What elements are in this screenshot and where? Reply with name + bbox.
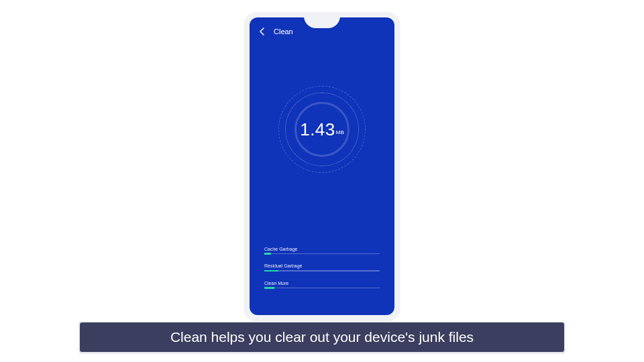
category-track bbox=[264, 288, 380, 289]
category-label: Clean More bbox=[264, 281, 380, 286]
gauge-center: 1.43 MB bbox=[278, 86, 366, 173]
category-fill bbox=[264, 253, 271, 255]
page-title: Clean bbox=[274, 27, 293, 36]
back-icon[interactable] bbox=[258, 27, 267, 36]
caption-bar: Clean helps you clear out your device's … bbox=[79, 322, 565, 353]
category-cache-garbage[interactable]: Cache Garbage bbox=[264, 247, 380, 255]
scan-gauge: 1.43 MB bbox=[278, 86, 366, 173]
junk-size-value: 1.43 bbox=[300, 119, 335, 140]
category-fill bbox=[264, 270, 278, 272]
category-list: Cache Garbage Residual Garbage Clean Mor… bbox=[264, 247, 380, 298]
category-fill bbox=[264, 287, 274, 289]
caption-text: Clean helps you clear out your device's … bbox=[170, 329, 474, 345]
category-track bbox=[264, 270, 380, 272]
junk-size-unit: MB bbox=[336, 129, 344, 135]
category-clean-more[interactable]: Clean More bbox=[264, 281, 380, 289]
category-track bbox=[264, 253, 380, 255]
phone-screen: Clean 1.43 MB Cache Garbage Residual Gar… bbox=[250, 17, 394, 315]
category-residual-garbage[interactable]: Residual Garbage bbox=[264, 263, 380, 272]
category-label: Residual Garbage bbox=[264, 263, 380, 268]
category-label: Cache Garbage bbox=[264, 247, 380, 251]
phone-frame: Clean 1.43 MB Cache Garbage Residual Gar… bbox=[244, 12, 400, 320]
